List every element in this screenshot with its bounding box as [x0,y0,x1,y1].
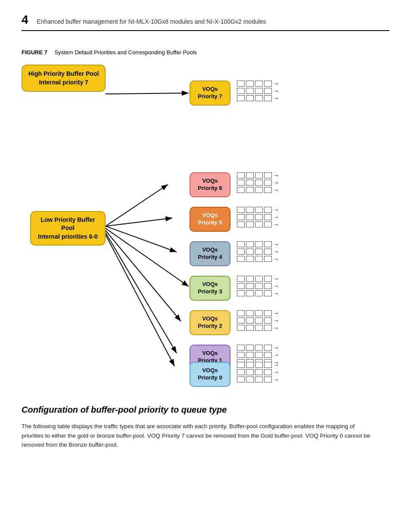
voq-priority-7: VOQs Priority 7 [190,81,230,106]
queue-row: → [237,376,279,383]
queue-row: → [237,325,279,331]
queue-row: → [237,362,279,368]
queue-grid-p4: → → → [237,241,279,262]
voq-priority-4: VOQs Priority 4 [190,241,230,266]
queue-row: → [237,317,279,324]
svg-line-1 [106,93,189,94]
queue-grid-p3: → → → [237,276,279,296]
svg-line-7 [106,233,177,353]
svg-line-5 [106,228,189,286]
section-body: The following table displays the traffic… [22,422,375,450]
queue-row: → [237,352,279,358]
section-title: Configuration of buffer-pool priority to… [22,405,389,415]
svg-line-8 [106,235,174,366]
queue-grid-p6: → → → [237,172,279,193]
page-number: 4 [22,13,28,27]
low-priority-pool: Low Priority Buffer Pool Internal priori… [30,211,106,246]
svg-line-2 [106,184,168,226]
queue-row: → [237,256,279,262]
queue-row: → [237,95,279,101]
voq-priority-5: VOQs Priority 5 [190,207,230,232]
queue-row: → [237,172,279,178]
queue-grid-p2: → → → [237,310,279,331]
queue-row: → [237,81,279,87]
svg-line-6 [106,230,181,321]
queue-row: → [237,214,279,220]
svg-line-4 [106,226,177,252]
queue-row: → [237,276,279,282]
svg-line-3 [106,218,172,226]
queue-row: → [237,310,279,316]
voq-priority-0: VOQs Priority 0 [190,362,230,387]
figure-title: System Default Priorities and Correspond… [54,49,197,56]
page-header: 4 Enhanced buffer management for NI-MLX-… [22,13,389,31]
queue-row: → [237,207,279,213]
high-priority-pool: High Priority Buffer Pool Internal prior… [22,65,106,92]
queue-row: → [237,283,279,289]
voq-priority-3: VOQs Priority 3 [190,276,230,301]
queue-row: → [237,221,279,227]
queue-grid-p5: → → → [237,207,279,227]
queue-grid-p7: → → → [237,81,279,101]
diagram: High Priority Buffer Pool Internal prior… [22,65,392,388]
page-title: Enhanced buffer management for NI-MLX-10… [37,18,266,25]
queue-row: → [237,345,279,351]
queue-row: → [237,187,279,193]
figure-caption: FIGURE 7 System Default Priorities and C… [22,48,389,56]
queue-grid-p0: → → → [237,362,279,383]
voq-priority-2: VOQs Priority 2 [190,310,230,335]
queue-row: → [237,290,279,296]
queue-row: → [237,241,279,247]
queue-row: → [237,180,279,186]
queue-row: → [237,369,279,375]
voq-priority-6: VOQs Priority 6 [190,172,230,197]
figure-label: FIGURE 7 [22,49,47,56]
queue-row: → [237,249,279,255]
queue-row: → [237,88,279,94]
